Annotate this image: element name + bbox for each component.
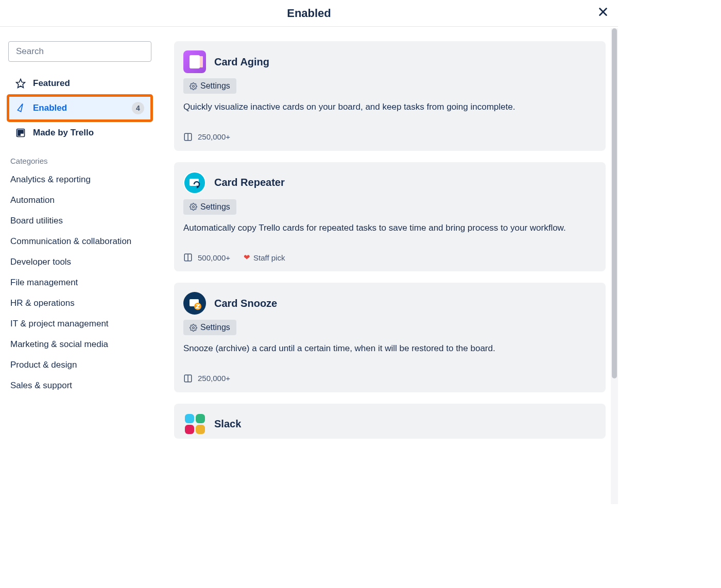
powerup-description: Automatically copy Trello cards for repe… <box>183 222 596 235</box>
close-icon <box>597 6 609 18</box>
settings-button[interactable]: Settings <box>183 199 236 215</box>
page-title: Enabled <box>287 7 331 20</box>
trello-board-icon <box>183 132 193 142</box>
trello-board-icon <box>15 128 26 138</box>
install-count: 250,000+ <box>183 374 230 383</box>
close-button[interactable] <box>597 6 609 20</box>
trello-board-icon <box>183 253 193 262</box>
categories-heading: Categories <box>10 157 151 165</box>
category-item[interactable]: Board utilities <box>8 211 151 231</box>
gear-icon <box>190 203 197 211</box>
settings-button[interactable]: Settings <box>183 320 236 335</box>
settings-label: Settings <box>200 202 230 212</box>
powerup-card-card-aging[interactable]: Card Aging Settings Quickly visualize in… <box>174 41 606 151</box>
sidebar-item-featured[interactable]: Featured <box>8 71 151 96</box>
svg-point-6 <box>193 85 195 87</box>
sidebar-item-label: Enabled <box>33 103 67 113</box>
powerup-list: Card Aging Settings Quickly visualize in… <box>160 27 618 504</box>
sidebar-item-label: Featured <box>33 78 70 89</box>
powerup-card-card-snooze[interactable]: Card Snooze Settings Snooze (archive) a … <box>174 283 606 392</box>
sidebar-item-enabled[interactable]: Enabled 4 <box>8 96 151 120</box>
modal-header: Enabled <box>0 0 618 27</box>
card-repeater-icon <box>183 171 206 194</box>
sidebar-item-made-by-trello[interactable]: Made by Trello <box>8 120 151 145</box>
gear-icon <box>190 82 197 90</box>
svg-point-18 <box>193 326 195 328</box>
powerup-description: Quickly visualize inactive cards on your… <box>183 101 596 114</box>
settings-label: Settings <box>200 323 230 332</box>
search-input[interactable] <box>8 41 151 62</box>
sidebar-item-label: Made by Trello <box>33 128 94 138</box>
scrollbar[interactable] <box>611 28 618 504</box>
category-item[interactable]: Analytics & reporting <box>8 169 151 190</box>
powerup-description: Snooze (archive) a card until a certain … <box>183 342 596 355</box>
svg-point-12 <box>193 206 195 208</box>
svg-rect-4 <box>18 130 20 135</box>
svg-rect-5 <box>21 130 23 133</box>
category-item[interactable]: Automation <box>8 190 151 211</box>
powerup-title: Card Aging <box>214 56 269 68</box>
sidebar: Featured Enabled 4 Made by Trello Catego… <box>0 27 160 504</box>
powerup-card-card-repeater[interactable]: Card Repeater Settings Automatically cop… <box>174 162 606 272</box>
scrollbar-thumb[interactable] <box>612 28 617 378</box>
slack-icon <box>183 413 206 436</box>
powerup-title: Slack <box>214 418 241 430</box>
category-item[interactable]: File management <box>8 272 151 293</box>
powerup-card-slack[interactable]: Slack <box>174 404 606 439</box>
card-aging-icon <box>183 50 206 73</box>
star-icon <box>15 78 26 89</box>
settings-label: Settings <box>200 81 230 91</box>
trello-board-icon <box>183 374 193 383</box>
card-snooze-icon <box>183 292 206 315</box>
svg-marker-2 <box>16 79 25 88</box>
category-item[interactable]: HR & operations <box>8 293 151 314</box>
category-item[interactable]: Product & design <box>8 355 151 375</box>
rocket-icon <box>15 103 26 113</box>
category-item[interactable]: IT & project management <box>8 314 151 334</box>
powerup-title: Card Snooze <box>214 298 277 309</box>
category-item[interactable]: Marketing & social media <box>8 334 151 355</box>
enabled-count-badge: 4 <box>132 102 144 114</box>
gear-icon <box>190 324 197 332</box>
staff-pick-badge: ❤ Staff pick <box>244 253 285 262</box>
install-count: 250,000+ <box>183 132 230 142</box>
categories-list: Analytics & reporting Automation Board u… <box>8 169 151 396</box>
category-item[interactable]: Sales & support <box>8 375 151 396</box>
install-count: 500,000+ <box>183 253 230 262</box>
powerup-title: Card Repeater <box>214 177 285 188</box>
heart-icon: ❤ <box>244 253 250 262</box>
settings-button[interactable]: Settings <box>183 78 236 94</box>
category-item[interactable]: Developer tools <box>8 252 151 272</box>
category-item[interactable]: Communication & collaboration <box>8 231 151 252</box>
